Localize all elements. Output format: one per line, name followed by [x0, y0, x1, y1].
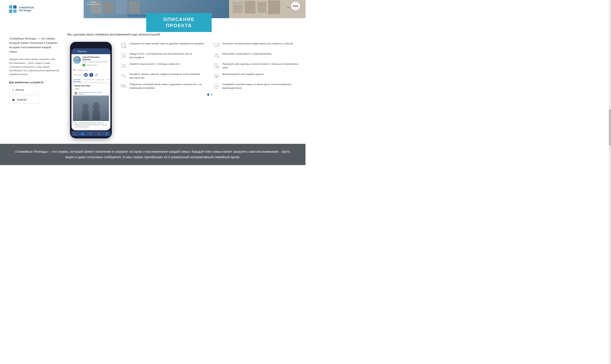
people-icon-feature [213, 52, 220, 59]
birth-date-row: 📅 12 января 1907 г. [71, 68, 110, 72]
phone-bottom-bar: ⌂ 👥 ➕ 📍 ☰ [71, 131, 110, 136]
svg-marker-45 [125, 85, 126, 87]
author-avatar [74, 92, 77, 95]
person-meta: Автор: Сергей Павлович Королев [82, 61, 109, 63]
feature-search-text: Находите нужные события, людей и локации… [130, 72, 207, 79]
phone-topbar: ← Персона [71, 48, 110, 54]
feature-face: Найдутся все с инструментом для распозна… [120, 52, 207, 59]
dot-2[interactable] [211, 93, 213, 96]
share-row: Поделиться ВК f 🔗 [71, 72, 110, 78]
back-arrow-icon[interactable]: ← [73, 50, 76, 53]
feature-checklist-text: Проверьте свое здоровье и риски близких … [222, 62, 300, 69]
svg-point-23 [215, 54, 216, 55]
feature-face-text: Найдутся все с инструментом для распозна… [130, 52, 207, 59]
tab-places[interactable]: МЕСТА [106, 78, 110, 82]
person-info: Сергей Павлович Королев Автор: Сергей Па… [71, 54, 110, 68]
fb-share-button[interactable]: f [89, 73, 93, 77]
screen-title: Персона [77, 50, 87, 53]
apple-icon:  [13, 88, 14, 92]
plus-icon[interactable]: ➕ [89, 132, 92, 135]
plus-icon: + [287, 5, 289, 10]
svg-point-1 [75, 61, 80, 64]
author-name: Юрий Алексеевич Гагарин написал историю [78, 92, 107, 95]
svg-point-24 [217, 54, 218, 55]
feature-animate: Оживите лица на фото с помощью нейросети [120, 62, 207, 69]
vk-share-button[interactable]: ВК [84, 73, 88, 77]
monitor-icon [213, 42, 220, 49]
phone-outer: ← Персона Серг [70, 42, 112, 138]
feature-tree-text: Визуализируйте свое родовое дерево [222, 72, 264, 76]
svg-point-29 [124, 65, 125, 66]
left-sidebar: «Семейные Легенды» — это сервис, который… [0, 33, 65, 142]
feature-monitor: Постройте Интерактивную медиа-карту всех… [213, 42, 300, 49]
feature-video-text: Создавайте короткие видео из ваших фото,… [222, 83, 300, 90]
logo-icon [9, 5, 17, 13]
animate-icon [120, 62, 127, 69]
person-details: Сергей Павлович Королев Автор: Сергей Па… [82, 56, 109, 66]
feature-people: Наполняйте архив вместе с родственниками [213, 52, 300, 59]
feature-people-text: Наполняйте архив вместе с родственниками [222, 52, 271, 56]
share-label: Поделиться [73, 74, 82, 76]
sidebar-desc: Каждый член семьи может загрузить свои в… [9, 57, 60, 76]
search-icon [120, 72, 127, 80]
features-grid: Сохраните историю вашей семьи в удобном … [120, 42, 300, 90]
logo-area: СЕМЕЙНЫЕ ЛЕГЕНДЫ [0, 0, 84, 18]
feature-share: Поделитесь историей своей семьи с друзья… [120, 83, 207, 90]
birth-date: 12 января 1907 г. [76, 69, 89, 71]
header-title: ОПИСАНИЕ ПРОЕКТА [155, 16, 203, 29]
story-title: Каким был Юра [74, 85, 107, 87]
mobile-buttons:  iPhone ▶ Android [9, 86, 60, 104]
calendar-icon: 📅 [73, 69, 75, 71]
iphone-button[interactable]:  iPhone [9, 86, 40, 94]
home-icon[interactable]: ⌂ [74, 132, 76, 135]
person-date-label: 2 апреля 2021 г. [86, 64, 98, 66]
story-photo [73, 95, 109, 121]
sidebar-intro: «Семейные Легенды» — это сервис, который… [9, 36, 60, 54]
book-icon [120, 42, 127, 49]
person-name: Сергей Павлович Королев [82, 56, 109, 61]
menu-icon[interactable]: ☰ [105, 132, 108, 135]
logo[interactable]: СЕМЕЙНЫЕ ЛЕГЕНДЫ [9, 5, 34, 13]
features-container: Сохраните историю вашей семьи в удобном … [120, 42, 300, 96]
svg-rect-14 [214, 43, 218, 46]
feature-animate-text: Оживите лица на фото с помощью нейросети [130, 62, 180, 66]
video-icon [213, 83, 220, 90]
android-button[interactable]: ▶ Android [9, 96, 40, 104]
svg-point-21 [123, 55, 123, 56]
phone-notch [84, 44, 98, 47]
tab-persons[interactable]: ПЕРСОНЫ [96, 78, 104, 82]
feature-book-text: Сохраните историю вашей семьи в удобном … [130, 42, 204, 45]
story-card: Каким был Юра 1960 Юрий Алексеевич Гагар… [73, 83, 109, 129]
section-subtitle: Мы сделаем ваши семейные воспоминания ещ… [67, 33, 300, 36]
mobile-label: Для мобильных устройств: [9, 81, 60, 84]
phone-tabs: ИСТОРИИ КОММЕНТАРИИ ПЕРСОНЫ МЕСТА С [71, 78, 110, 82]
link-share-button[interactable]: 🔗 [95, 73, 98, 76]
location-icon[interactable]: 📍 [97, 132, 100, 135]
svg-point-0 [76, 57, 79, 60]
tab-comments[interactable]: КОММЕНТАРИИ [83, 78, 95, 82]
svg-rect-7 [73, 97, 109, 120]
phone-mockup: ← Персона Серг [67, 42, 115, 138]
story-header: Каким был Юра 1960 [73, 83, 109, 91]
feature-search: Находите нужные события, людей и локации… [120, 72, 207, 80]
dot-1[interactable] [207, 93, 209, 96]
feature-video: Создавайте короткие видео из ваших фото,… [213, 83, 300, 90]
feature-book: Сохраните историю вашей семьи в удобном … [120, 42, 207, 49]
main-content: «Семейные Легенды» — это сервис, который… [0, 18, 306, 142]
person-badge: Юрий [291, 1, 300, 11]
tab-histories[interactable]: ИСТОРИИ [73, 78, 81, 82]
right-photo-area: семьи Гагариных Юрий + [229, 0, 306, 18]
svg-point-38 [123, 75, 124, 76]
svg-rect-30 [214, 64, 217, 67]
right-family-label: семьи Гагариных [233, 1, 244, 5]
checklist-icon [213, 62, 220, 69]
feature-checklist: Проверьте свое здоровье и риски близких … [213, 62, 300, 69]
tree-icon [213, 72, 220, 80]
feature-monitor-text: Постройте Интерактивную медиа-карту всех… [222, 42, 293, 45]
logo-text: СЕМЕЙНЫЕ ЛЕГЕНДЫ [19, 6, 34, 12]
left-family-label: семьи Булгаковых [87, 1, 99, 5]
nav-link-description[interactable]: Описание проекта [127, 14, 149, 17]
share-icon [120, 83, 127, 90]
people-icon[interactable]: 👥 [81, 132, 84, 135]
right-content: Мы сделаем ваши семейные воспоминания ещ… [65, 33, 306, 142]
